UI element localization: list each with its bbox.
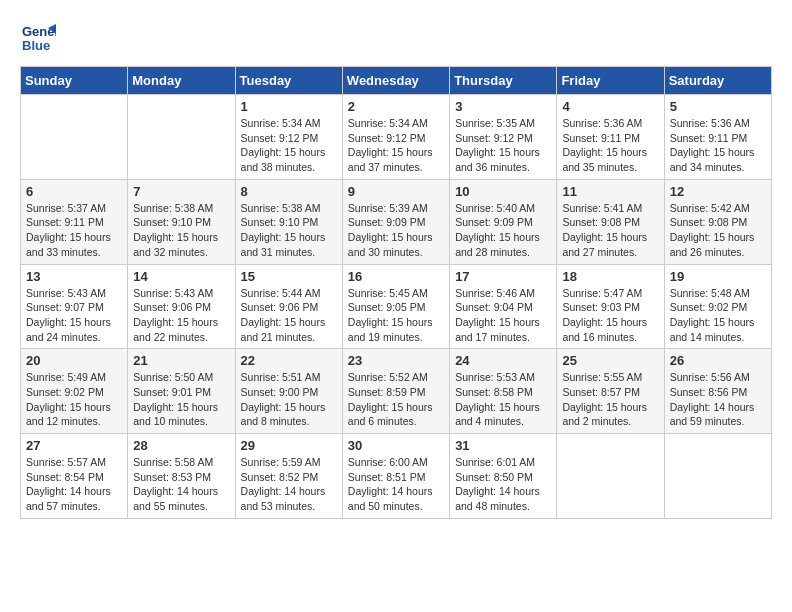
day-number: 23 [348, 353, 444, 368]
day-detail: Sunrise: 5:44 AM Sunset: 9:06 PM Dayligh… [241, 286, 337, 345]
calendar-cell [557, 434, 664, 519]
day-detail: Sunrise: 5:51 AM Sunset: 9:00 PM Dayligh… [241, 370, 337, 429]
week-row-5: 27Sunrise: 5:57 AM Sunset: 8:54 PM Dayli… [21, 434, 772, 519]
day-detail: Sunrise: 5:43 AM Sunset: 9:06 PM Dayligh… [133, 286, 229, 345]
day-detail: Sunrise: 5:34 AM Sunset: 9:12 PM Dayligh… [241, 116, 337, 175]
calendar-cell: 5Sunrise: 5:36 AM Sunset: 9:11 PM Daylig… [664, 95, 771, 180]
day-number: 8 [241, 184, 337, 199]
logo: General Blue [20, 20, 60, 56]
calendar-cell: 26Sunrise: 5:56 AM Sunset: 8:56 PM Dayli… [664, 349, 771, 434]
day-number: 6 [26, 184, 122, 199]
svg-text:General: General [22, 24, 56, 39]
calendar-cell: 28Sunrise: 5:58 AM Sunset: 8:53 PM Dayli… [128, 434, 235, 519]
day-number: 7 [133, 184, 229, 199]
day-detail: Sunrise: 5:55 AM Sunset: 8:57 PM Dayligh… [562, 370, 658, 429]
calendar-cell: 31Sunrise: 6:01 AM Sunset: 8:50 PM Dayli… [450, 434, 557, 519]
calendar-cell: 29Sunrise: 5:59 AM Sunset: 8:52 PM Dayli… [235, 434, 342, 519]
day-number: 1 [241, 99, 337, 114]
day-number: 30 [348, 438, 444, 453]
day-number: 10 [455, 184, 551, 199]
weekday-header-tuesday: Tuesday [235, 67, 342, 95]
calendar-cell: 27Sunrise: 5:57 AM Sunset: 8:54 PM Dayli… [21, 434, 128, 519]
week-row-3: 13Sunrise: 5:43 AM Sunset: 9:07 PM Dayli… [21, 264, 772, 349]
calendar-cell: 25Sunrise: 5:55 AM Sunset: 8:57 PM Dayli… [557, 349, 664, 434]
calendar-cell: 12Sunrise: 5:42 AM Sunset: 9:08 PM Dayli… [664, 179, 771, 264]
calendar-cell: 1Sunrise: 5:34 AM Sunset: 9:12 PM Daylig… [235, 95, 342, 180]
day-detail: Sunrise: 5:59 AM Sunset: 8:52 PM Dayligh… [241, 455, 337, 514]
day-detail: Sunrise: 5:40 AM Sunset: 9:09 PM Dayligh… [455, 201, 551, 260]
day-number: 15 [241, 269, 337, 284]
day-detail: Sunrise: 5:58 AM Sunset: 8:53 PM Dayligh… [133, 455, 229, 514]
calendar-cell: 10Sunrise: 5:40 AM Sunset: 9:09 PM Dayli… [450, 179, 557, 264]
week-row-2: 6Sunrise: 5:37 AM Sunset: 9:11 PM Daylig… [21, 179, 772, 264]
week-row-4: 20Sunrise: 5:49 AM Sunset: 9:02 PM Dayli… [21, 349, 772, 434]
svg-text:Blue: Blue [22, 38, 50, 53]
calendar-cell [128, 95, 235, 180]
calendar-cell: 7Sunrise: 5:38 AM Sunset: 9:10 PM Daylig… [128, 179, 235, 264]
day-number: 11 [562, 184, 658, 199]
day-detail: Sunrise: 5:39 AM Sunset: 9:09 PM Dayligh… [348, 201, 444, 260]
day-detail: Sunrise: 5:37 AM Sunset: 9:11 PM Dayligh… [26, 201, 122, 260]
calendar-cell [664, 434, 771, 519]
day-number: 14 [133, 269, 229, 284]
day-number: 25 [562, 353, 658, 368]
calendar-cell: 19Sunrise: 5:48 AM Sunset: 9:02 PM Dayli… [664, 264, 771, 349]
day-detail: Sunrise: 5:35 AM Sunset: 9:12 PM Dayligh… [455, 116, 551, 175]
calendar-cell: 2Sunrise: 5:34 AM Sunset: 9:12 PM Daylig… [342, 95, 449, 180]
weekday-header-wednesday: Wednesday [342, 67, 449, 95]
day-detail: Sunrise: 5:56 AM Sunset: 8:56 PM Dayligh… [670, 370, 766, 429]
calendar-cell: 24Sunrise: 5:53 AM Sunset: 8:58 PM Dayli… [450, 349, 557, 434]
calendar-cell: 22Sunrise: 5:51 AM Sunset: 9:00 PM Dayli… [235, 349, 342, 434]
day-number: 22 [241, 353, 337, 368]
calendar: SundayMondayTuesdayWednesdayThursdayFrid… [20, 66, 772, 519]
day-number: 26 [670, 353, 766, 368]
week-row-1: 1Sunrise: 5:34 AM Sunset: 9:12 PM Daylig… [21, 95, 772, 180]
page-header: General Blue [20, 20, 772, 56]
day-number: 9 [348, 184, 444, 199]
day-detail: Sunrise: 5:48 AM Sunset: 9:02 PM Dayligh… [670, 286, 766, 345]
calendar-cell: 14Sunrise: 5:43 AM Sunset: 9:06 PM Dayli… [128, 264, 235, 349]
calendar-cell [21, 95, 128, 180]
calendar-cell: 15Sunrise: 5:44 AM Sunset: 9:06 PM Dayli… [235, 264, 342, 349]
calendar-cell: 6Sunrise: 5:37 AM Sunset: 9:11 PM Daylig… [21, 179, 128, 264]
day-number: 2 [348, 99, 444, 114]
weekday-header-row: SundayMondayTuesdayWednesdayThursdayFrid… [21, 67, 772, 95]
calendar-cell: 21Sunrise: 5:50 AM Sunset: 9:01 PM Dayli… [128, 349, 235, 434]
calendar-cell: 13Sunrise: 5:43 AM Sunset: 9:07 PM Dayli… [21, 264, 128, 349]
day-detail: Sunrise: 6:01 AM Sunset: 8:50 PM Dayligh… [455, 455, 551, 514]
day-detail: Sunrise: 5:41 AM Sunset: 9:08 PM Dayligh… [562, 201, 658, 260]
day-detail: Sunrise: 5:38 AM Sunset: 9:10 PM Dayligh… [241, 201, 337, 260]
day-number: 20 [26, 353, 122, 368]
day-number: 29 [241, 438, 337, 453]
day-detail: Sunrise: 5:52 AM Sunset: 8:59 PM Dayligh… [348, 370, 444, 429]
calendar-cell: 30Sunrise: 6:00 AM Sunset: 8:51 PM Dayli… [342, 434, 449, 519]
day-detail: Sunrise: 5:45 AM Sunset: 9:05 PM Dayligh… [348, 286, 444, 345]
day-detail: Sunrise: 5:38 AM Sunset: 9:10 PM Dayligh… [133, 201, 229, 260]
calendar-cell: 17Sunrise: 5:46 AM Sunset: 9:04 PM Dayli… [450, 264, 557, 349]
calendar-cell: 11Sunrise: 5:41 AM Sunset: 9:08 PM Dayli… [557, 179, 664, 264]
weekday-header-friday: Friday [557, 67, 664, 95]
day-number: 3 [455, 99, 551, 114]
day-detail: Sunrise: 5:36 AM Sunset: 9:11 PM Dayligh… [562, 116, 658, 175]
calendar-cell: 23Sunrise: 5:52 AM Sunset: 8:59 PM Dayli… [342, 349, 449, 434]
day-number: 5 [670, 99, 766, 114]
weekday-header-monday: Monday [128, 67, 235, 95]
day-detail: Sunrise: 5:46 AM Sunset: 9:04 PM Dayligh… [455, 286, 551, 345]
day-detail: Sunrise: 5:42 AM Sunset: 9:08 PM Dayligh… [670, 201, 766, 260]
day-number: 19 [670, 269, 766, 284]
day-number: 21 [133, 353, 229, 368]
day-number: 12 [670, 184, 766, 199]
weekday-header-thursday: Thursday [450, 67, 557, 95]
day-number: 16 [348, 269, 444, 284]
day-detail: Sunrise: 5:49 AM Sunset: 9:02 PM Dayligh… [26, 370, 122, 429]
logo-icon: General Blue [20, 20, 56, 56]
day-number: 31 [455, 438, 551, 453]
day-number: 28 [133, 438, 229, 453]
day-detail: Sunrise: 5:47 AM Sunset: 9:03 PM Dayligh… [562, 286, 658, 345]
calendar-cell: 9Sunrise: 5:39 AM Sunset: 9:09 PM Daylig… [342, 179, 449, 264]
calendar-cell: 18Sunrise: 5:47 AM Sunset: 9:03 PM Dayli… [557, 264, 664, 349]
calendar-cell: 4Sunrise: 5:36 AM Sunset: 9:11 PM Daylig… [557, 95, 664, 180]
day-detail: Sunrise: 5:36 AM Sunset: 9:11 PM Dayligh… [670, 116, 766, 175]
day-detail: Sunrise: 5:43 AM Sunset: 9:07 PM Dayligh… [26, 286, 122, 345]
day-detail: Sunrise: 5:34 AM Sunset: 9:12 PM Dayligh… [348, 116, 444, 175]
